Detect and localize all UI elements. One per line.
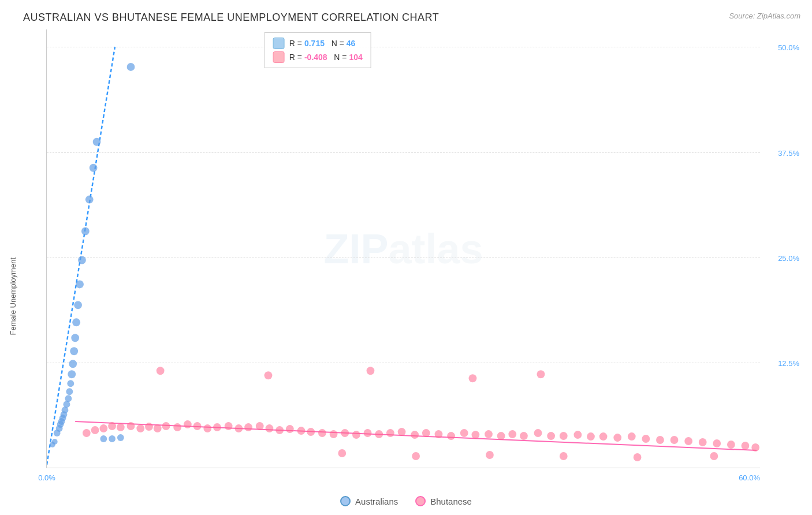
bh-pt-32: [398, 428, 406, 436]
scatter-plot-svg: [47, 29, 760, 468]
bottom-legend: Australians Bhutanese: [340, 496, 472, 506]
bh-pt-2: [91, 426, 99, 434]
au-pt-26: [100, 435, 107, 442]
bh-pt-34: [422, 429, 430, 437]
bh-low-1: [338, 449, 346, 457]
au-pt-19: [78, 256, 86, 264]
bh-pt-26: [330, 430, 338, 438]
bh-pt-13: [193, 422, 202, 430]
bhutanese-circle: [415, 496, 426, 506]
bh-pt-53: [671, 436, 679, 444]
bh-pt-35: [435, 430, 443, 438]
bh-pt-37: [460, 429, 468, 437]
au-pt-17: [74, 301, 82, 309]
bh-pt-49: [613, 434, 621, 442]
au-pt-20: [81, 227, 90, 236]
bh-low-4: [560, 452, 568, 460]
bh-pt-47: [587, 432, 595, 441]
bh-low-5: [634, 453, 642, 461]
bh-pt-44: [547, 432, 555, 440]
bh-high-4: [469, 374, 477, 382]
bh-pt-17: [234, 424, 243, 432]
au-pt-22: [90, 164, 98, 172]
bh-pt-45: [560, 432, 568, 440]
y-tick-375: 37.5%: [778, 148, 799, 157]
bh-high-3: [367, 367, 375, 375]
bh-pt-36: [447, 432, 455, 440]
bh-pt-19: [256, 422, 264, 430]
au-pt-12: [68, 370, 76, 378]
au-pt-16: [72, 318, 80, 326]
bhutanese-label: Bhutanese: [430, 497, 472, 506]
x-tick-60: 60.0%: [739, 473, 760, 482]
australians-circle: [340, 496, 351, 506]
bh-pt-4: [108, 422, 116, 430]
bh-high-5: [537, 370, 545, 378]
au-pt-27: [109, 435, 116, 442]
bh-pt-25: [318, 429, 326, 437]
bh-pt-39: [485, 430, 493, 438]
bh-pt-24: [307, 428, 315, 436]
source-text: Source: ZipAtlas.com: [729, 12, 800, 20]
bh-pt-3: [99, 424, 107, 432]
bh-pt-57: [727, 441, 735, 449]
bh-pt-40: [497, 432, 505, 440]
bh-pt-12: [184, 420, 192, 428]
bh-pt-29: [364, 429, 372, 437]
bh-pt-15: [213, 423, 221, 431]
bh-pt-16: [225, 422, 233, 430]
y-tick-125: 12.5%: [778, 359, 799, 367]
au-pt-21: [85, 196, 94, 204]
bh-pt-8: [145, 423, 153, 431]
bh-pt-50: [628, 432, 636, 441]
bh-pt-20: [266, 424, 274, 432]
au-pt-14: [70, 347, 78, 355]
bh-pt-22: [286, 425, 294, 433]
bh-pt-31: [386, 429, 394, 437]
bh-pt-46: [573, 431, 582, 439]
chart-area: ZIPatlas 50.0% 37.5% 25.0% 12.5% 0.0% 60…: [46, 29, 760, 468]
australian-trend-line: [47, 47, 115, 465]
bh-pt-23: [297, 427, 306, 435]
au-pt-18: [76, 280, 84, 288]
bh-pt-59: [751, 443, 759, 451]
au-pt-25: [52, 439, 58, 445]
bh-low-2: [412, 452, 420, 460]
au-pt-10: [66, 388, 73, 395]
bh-pt-42: [520, 432, 528, 440]
y-axis-label-wrapper: Female Unemployment: [0, 35, 35, 480]
au-pt-9: [65, 395, 72, 402]
bh-pt-43: [534, 429, 542, 437]
bh-pt-58: [742, 442, 750, 450]
bottom-legend-australians: Australians: [340, 496, 398, 506]
y-axis-label: Female Unemployment: [9, 258, 17, 335]
bh-pt-14: [203, 424, 211, 432]
y-tick-25: 25.0%: [778, 253, 799, 262]
bh-pt-18: [244, 423, 252, 431]
chart-title: AUSTRALIAN VS BHUTANESE FEMALE UNEMPLOYM…: [23, 12, 806, 24]
x-tick-0: 0.0%: [38, 473, 55, 482]
au-pt-11: [67, 380, 74, 387]
bh-high-1: [157, 367, 165, 375]
bh-pt-33: [411, 431, 419, 439]
au-pt-28: [117, 434, 124, 441]
chart-container: AUSTRALIAN VS BHUTANESE FEMALE UNEMPLOYM…: [0, 0, 812, 515]
bh-low-6: [710, 452, 718, 460]
au-outlier: [127, 63, 135, 71]
bh-pt-6: [127, 422, 135, 430]
bh-pt-27: [341, 429, 349, 437]
bh-pt-11: [173, 423, 181, 431]
bh-pt-28: [352, 431, 360, 439]
bh-pt-21: [275, 426, 284, 434]
bh-pt-7: [136, 424, 144, 432]
bh-pt-52: [656, 436, 664, 444]
bh-pt-56: [713, 439, 721, 447]
bh-pt-38: [471, 431, 479, 439]
au-pt-13: [69, 360, 77, 368]
bh-pt-51: [642, 435, 650, 443]
au-pt-23: [93, 138, 101, 146]
au-pt-15: [71, 334, 79, 342]
bh-low-3: [486, 451, 494, 459]
australians-label: Australians: [355, 497, 398, 506]
bottom-legend-bhutanese: Bhutanese: [415, 496, 472, 506]
